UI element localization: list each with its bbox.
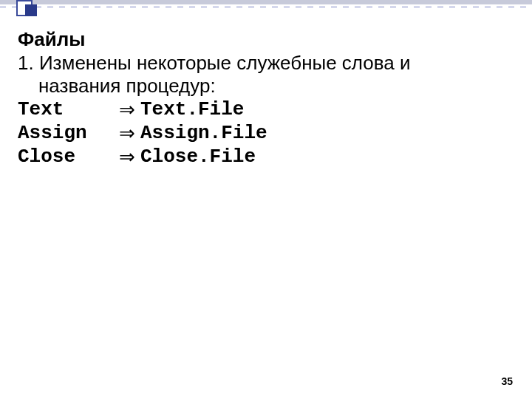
slide: Файлы 1. Изменены некоторые служебные сл… (0, 0, 532, 399)
arrow-icon: ⇒ (114, 98, 140, 122)
mapping-old: Text (18, 98, 114, 122)
header-decoration (0, 0, 532, 18)
header-bar (0, 0, 532, 4)
arrow-icon: ⇒ (114, 146, 140, 169)
intro-line-1: 1. Изменены некоторые служебные слова и (18, 52, 514, 75)
mapping-old: Close (18, 146, 114, 169)
mapping-row: Assign ⇒ Assign.File (18, 122, 514, 146)
page-number: 35 (501, 375, 513, 387)
mapping-row: Text ⇒ Text.File (18, 98, 514, 122)
header-dashes (0, 6, 532, 8)
mapping-row: Close ⇒ Close.File (18, 146, 514, 169)
section-title: Файлы (18, 28, 514, 52)
header-square-fill (25, 4, 37, 16)
mapping-old: Assign (18, 122, 114, 146)
content-block: Файлы 1. Изменены некоторые служебные сл… (18, 28, 514, 168)
mapping-new: Assign.File (140, 122, 267, 146)
mapping-new: Text.File (140, 98, 244, 122)
mapping-new: Close.File (140, 146, 256, 169)
arrow-icon: ⇒ (114, 122, 140, 146)
intro-line-2: названия процедур: (18, 75, 514, 98)
